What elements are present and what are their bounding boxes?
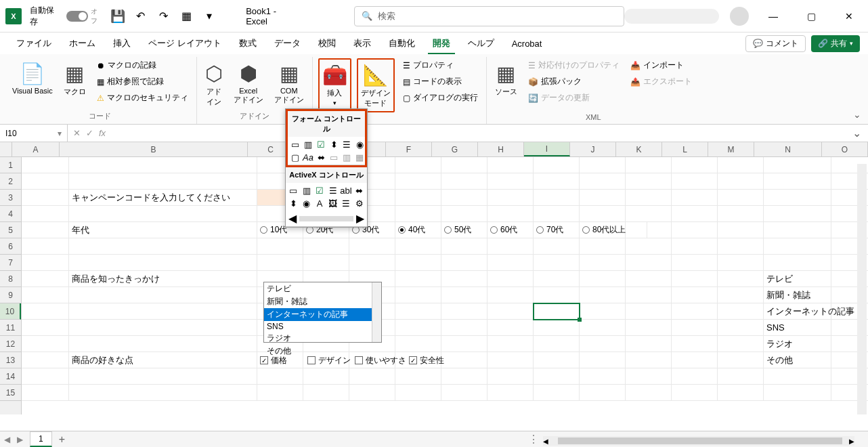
macro-security-button[interactable]: ⚠マクロのセキュリティ	[94, 91, 191, 105]
listbox-scrollbar[interactable]	[372, 282, 381, 342]
horizontal-scrollbar[interactable]: ◀▶	[543, 436, 854, 446]
add-sheet-button[interactable]: +	[59, 433, 65, 446]
cell-N13[interactable]: その他	[764, 352, 868, 368]
tab-file[interactable]: ファイル	[8, 33, 60, 54]
fx-icon[interactable]: fx	[99, 128, 106, 138]
quick-access-button[interactable]: ▦	[177, 7, 196, 26]
listbox-item[interactable]: その他	[264, 345, 381, 358]
row-header-1[interactable]: 1	[0, 157, 21, 173]
col-header-O[interactable]: O	[822, 142, 868, 156]
listbox-item[interactable]: ラジオ	[264, 332, 381, 345]
listbox-item[interactable]: SNS	[264, 321, 381, 332]
ax-toggle-icon[interactable]: ☰	[340, 197, 352, 209]
col-header-K[interactable]: K	[616, 142, 662, 156]
com-addins-button[interactable]: ▦COM アドイン	[272, 58, 307, 108]
col-header-F[interactable]: F	[386, 142, 432, 156]
enter-formula-icon[interactable]: ✓	[86, 128, 93, 138]
form-label-icon[interactable]: Aa	[302, 151, 314, 163]
record-macro-button[interactable]: ⏺マクロの記録	[94, 58, 191, 72]
cell-B5[interactable]: 年代	[69, 222, 257, 238]
radio-50代[interactable]: 50代	[444, 224, 471, 236]
col-header-N[interactable]: N	[754, 142, 822, 156]
ribbon-collapse-button[interactable]: ⌄	[853, 109, 861, 120]
checkbox-安全性[interactable]: ✓安全性	[409, 355, 444, 366]
form-scrollbar-icon[interactable]: ⬌	[315, 151, 327, 163]
run-dialog-button[interactable]: ▢ダイアログの実行	[400, 91, 481, 105]
cell-B3[interactable]: キャンペーンコードを入力してください	[69, 190, 257, 206]
save-button[interactable]: 💾	[108, 7, 127, 26]
tab-help[interactable]: ヘルプ	[460, 33, 502, 54]
col-header-J[interactable]: J	[570, 142, 616, 156]
cell-N9[interactable]: 新聞・雑誌	[764, 287, 868, 303]
visual-basic-button[interactable]: 📄 Visual Basic	[9, 58, 56, 98]
form-listbox-icon[interactable]: ☰	[341, 138, 353, 150]
ax-image-icon[interactable]: 🖼	[327, 197, 339, 209]
radio-10代[interactable]: 10代	[260, 224, 287, 236]
ax-button-icon[interactable]: ▭	[287, 184, 299, 196]
tab-view[interactable]: 表示	[345, 33, 379, 54]
excel-addins-button[interactable]: ⬢Excel アドイン	[231, 58, 266, 108]
source-button[interactable]: ▦ソース	[492, 58, 520, 100]
ax-scrollbar-icon[interactable]: ⬌	[353, 184, 366, 196]
ax-label-icon[interactable]: A	[313, 197, 326, 209]
cell-G5[interactable]: 50代	[441, 222, 487, 238]
row-header-3[interactable]: 3	[0, 190, 21, 206]
form-spinner-icon[interactable]: ⬍	[328, 138, 340, 150]
tab-acrobat[interactable]: Acrobat	[504, 35, 550, 53]
form-combobox-icon[interactable]: ▥	[302, 138, 314, 150]
nav-prev-button[interactable]: ◀	[4, 435, 10, 444]
form-option-icon[interactable]: ◉	[353, 138, 366, 150]
col-header-M[interactable]: M	[708, 142, 754, 156]
row-header-9[interactable]: 9	[0, 287, 21, 303]
popup-scrollbar[interactable]: ◀▶	[286, 211, 367, 226]
comment-button[interactable]: 💬 コメント	[745, 35, 806, 52]
listbox-item[interactable]: テレビ	[264, 282, 381, 295]
radio-40代[interactable]: 40代	[398, 224, 425, 236]
tab-options[interactable]: ⋮	[528, 433, 539, 446]
cell-N11[interactable]: SNS	[764, 320, 868, 336]
ax-checkbox-icon[interactable]: ☑	[313, 184, 326, 196]
sheet-tab-1[interactable]: 1	[30, 431, 52, 447]
share-button[interactable]: 🔗 共有 ▾	[811, 35, 860, 52]
expansion-packs-button[interactable]: 📦拡張パック	[525, 74, 622, 89]
cell-N10[interactable]: インターネットの記事	[764, 303, 868, 320]
cell-I10[interactable]	[534, 303, 580, 320]
form-button-icon[interactable]: ▭	[289, 138, 301, 150]
row-header-8[interactable]: 8	[0, 271, 21, 287]
close-button[interactable]: ✕	[836, 6, 863, 26]
form-checkbox-icon[interactable]: ☑	[315, 138, 327, 150]
addins-button[interactable]: ⬡アド イン	[202, 58, 225, 110]
listbox-item[interactable]: 新聞・雑誌	[264, 295, 381, 308]
design-mode-button[interactable]: 📐デザイン モード	[357, 58, 395, 112]
col-header-A[interactable]: A	[12, 142, 60, 156]
vertical-scrollbar[interactable]	[857, 164, 867, 414]
radio-80代以上[interactable]: 80代以上	[582, 224, 626, 236]
search-input[interactable]: 🔍 検索	[354, 6, 624, 26]
row-header-12[interactable]: 12	[0, 336, 21, 352]
tab-automate[interactable]: 自動化	[381, 33, 423, 54]
radio-70代[interactable]: 70代	[536, 224, 563, 236]
insert-control-button[interactable]: 🧰挿入▾	[318, 58, 351, 110]
ax-combobox-icon[interactable]: ▥	[301, 184, 313, 196]
row-header-11[interactable]: 11	[0, 320, 21, 336]
undo-button[interactable]: ↶	[131, 7, 150, 26]
user-avatar[interactable]	[730, 7, 749, 26]
cell-J5[interactable]: 80代以上	[580, 222, 647, 238]
row-header-6[interactable]: 6	[0, 238, 21, 255]
customize-qa-button[interactable]: ▾	[200, 7, 219, 26]
tab-page-layout[interactable]: ページ レイアウト	[140, 33, 230, 54]
row-header-5[interactable]: 5	[0, 222, 21, 238]
cell-N8[interactable]: テレビ	[764, 271, 868, 287]
cancel-formula-icon[interactable]: ✕	[73, 128, 81, 138]
cell-I5[interactable]: 70代	[534, 222, 580, 238]
redo-button[interactable]: ↷	[154, 7, 173, 26]
view-code-button[interactable]: ▤コードの表示	[400, 74, 481, 89]
cell-B13[interactable]: 商品の好きな点	[69, 352, 257, 368]
col-header-H[interactable]: H	[478, 142, 524, 156]
ax-spinner-icon[interactable]: ⬍	[287, 197, 299, 209]
ax-textbox-icon[interactable]: abl	[340, 184, 352, 196]
formula-expand-button[interactable]: ⌄	[846, 127, 868, 140]
minimize-button[interactable]: —	[760, 6, 787, 26]
properties-button[interactable]: ☰プロパティ	[400, 58, 481, 72]
col-header-I[interactable]: I	[524, 142, 570, 156]
